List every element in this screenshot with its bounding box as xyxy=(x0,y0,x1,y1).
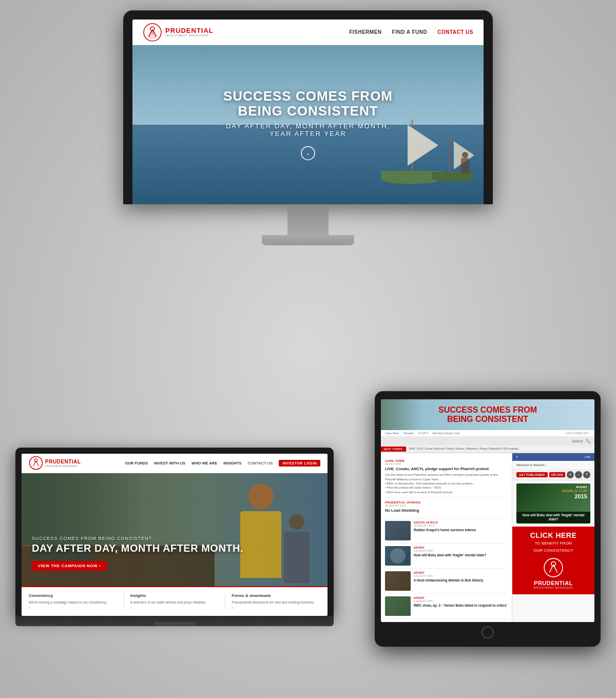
laptop-cta-button[interactable]: View the campaign now › xyxy=(32,561,107,571)
ad-benefit-line1: TO BENEFIT FROM xyxy=(516,541,590,546)
news-2-headline[interactable]: No Load Shedding xyxy=(385,508,508,513)
laptop-card-2-link[interactable]: › xyxy=(130,606,219,610)
news-item-1: CAPE TOWN 18 JULY 2015 LIVE: Cosatu, ANC… xyxy=(385,456,508,498)
tablet-screen: SUCCESS COMES FROM BEING CONSISTENT Cape… xyxy=(381,399,594,622)
thumb-3-date: 4 AUGUST 2015 xyxy=(414,599,508,603)
scroll-arrow[interactable]: ⌄ xyxy=(301,146,315,161)
thumb-1-image xyxy=(385,546,411,566)
news-1-headline[interactable]: LIVE: Cosatu, ANCYL pledge support for P… xyxy=(385,467,508,472)
laptop-nav-links: OUR FUNDS INVEST WITH US WHO WE ARE INSI… xyxy=(125,460,320,467)
hot-topics-label: HOT TOPIC xyxy=(381,447,406,452)
rwc-logo: RUGBY WORLD CUP 2015 xyxy=(562,486,587,499)
hero-person-bg xyxy=(276,494,317,586)
laptop-investor-btn[interactable]: INVESTOR LOGIN xyxy=(279,460,320,467)
upload-btn[interactable]: UPLOAD xyxy=(549,472,565,477)
laptop-card-3-text: Transactional documents for new and exis… xyxy=(232,600,320,605)
tablet-ad-logo: PRUDENTIAL INVESTMENT MANAGERS xyxy=(516,557,590,589)
laptop-logo: PRUDENTIAL INVESTMENT MANAGERS xyxy=(29,456,81,470)
hero-head xyxy=(248,483,274,509)
laptop-nav-contact[interactable]: CONTACT US xyxy=(248,461,273,466)
tablet-home-button[interactable] xyxy=(482,626,494,638)
thumb-3-content: SPORT 4 AUGUST 2015 RWC show, ep. 2 - 'S… xyxy=(414,596,508,609)
news-2-date: 18 AUGUST 2015 xyxy=(385,504,508,507)
laptop-hero-text: SUCCESS COMES FROM BEING CONSISTENT DAY … xyxy=(32,536,243,571)
search-label: Search xyxy=(572,439,583,443)
topics-bar: BWC 2015 | Oscar Pistorius | Rand | Esko… xyxy=(406,445,594,453)
thumb-1-content: SPORT 2 AUGUST 2015 How will Boks deal w… xyxy=(414,546,508,559)
laptop-device: PRUDENTIAL INVESTMENT MANAGERS OUR FUNDS… xyxy=(15,448,334,626)
news-3-content: SOUTH AFRICA 18 AUGUST 2015 Robber Krapo… xyxy=(414,521,508,534)
news-3-thumb xyxy=(385,521,411,540)
laptop-card-1-text: We're running a campaign based on our co… xyxy=(29,600,118,605)
laptop-card-3-link[interactable]: › xyxy=(232,606,320,610)
laptop-card-forms: Forms & downloads Transactional document… xyxy=(232,593,320,610)
thumb-1-headline[interactable]: How will Boks deal with 'fragile' mental… xyxy=(414,553,508,557)
laptop-hero: SUCCESS COMES FROM BEING CONSISTENT DAY … xyxy=(22,473,328,586)
thumb-1-bg xyxy=(385,546,411,566)
facebook-icon: f xyxy=(516,455,517,459)
laptop-logo-text-group: PRUDENTIAL INVESTMENT MANAGERS xyxy=(45,459,81,468)
desktop-monitor: PRUDENTIAL INVESTMENT MANAGERS FISHERMEN… xyxy=(123,10,493,245)
tablet-prudential-ad[interactable]: CLICK HERE TO BENEFIT FROM OUR CONSISTEN… xyxy=(512,527,594,594)
laptop-nav-invest[interactable]: INVEST WITH US xyxy=(154,461,185,466)
laptop-small-text: SUCCESS COMES FROM BEING CONSISTENT xyxy=(32,536,243,541)
person-head xyxy=(462,152,468,158)
news-3-date: 18 AUGUST 2015 xyxy=(414,524,508,527)
laptop-card-2-text: A selection of our latest articles and p… xyxy=(130,600,219,605)
ad-prudential-logo-icon xyxy=(543,557,564,578)
like-count: Like xyxy=(585,455,590,458)
laptop-headline: DAY AFTER DAY, MONTH AFTER MONTH. xyxy=(32,543,243,554)
sidebar-btn-3[interactable]: ? xyxy=(583,471,590,478)
thumb-3-image xyxy=(385,596,411,616)
tablet-social-bar: f Like xyxy=(512,453,594,461)
prudential-logo-icon xyxy=(143,23,162,42)
thumb-2-content: SPORT 3 AUGUST 2015 4 most embarrassing … xyxy=(414,571,508,584)
desktop-nav-fund[interactable]: FIND A FUND xyxy=(392,29,428,35)
tablet-publish-bar: Get Published! UPLOAD + ↑ ? xyxy=(512,470,594,480)
tablet-rugby-card: RUGBY WORLD CUP 2015 How will Boks deal … xyxy=(516,483,590,524)
thumb-2-image xyxy=(385,571,411,591)
news-3-headline[interactable]: Robber Krapol's home survives inferno xyxy=(414,528,508,532)
laptop-card-1-title: Consistency xyxy=(29,593,118,598)
card-divider-2 xyxy=(225,593,225,610)
svg-point-5 xyxy=(544,558,563,577)
rugby-card-text[interactable]: How will Boks deal with 'fragile' mental… xyxy=(516,512,590,524)
tablet-banner-text: SUCCESS COMES FROM BEING CONSISTENT xyxy=(438,405,537,423)
thumb-2-bg xyxy=(385,571,411,591)
laptop-base xyxy=(15,616,334,626)
news-1-body: Get the latest as pro-Palestine activist… xyxy=(385,473,508,494)
thumb-2-headline[interactable]: 4 most embarrassing defeats in Bok histo… xyxy=(414,578,508,583)
search-icon[interactable]: 🔍 xyxy=(585,439,590,443)
laptop-nav-funds[interactable]: OUR FUNDS xyxy=(125,461,148,466)
laptop-card-1-link[interactable]: › xyxy=(29,606,118,610)
desktop-nav-fishermen[interactable]: FISHERMEN xyxy=(349,29,381,35)
thumb-3-headline[interactable]: RWC show, ep. 2 - 'Senior Boks failed to… xyxy=(414,604,508,608)
laptop-nav-who[interactable]: WHO WE ARE xyxy=(191,461,217,466)
weather-day: Tuesday xyxy=(403,432,414,435)
desktop-logo: PRUDENTIAL INVESTMENT MANAGERS xyxy=(143,23,214,42)
get-published-btn[interactable]: Get Published! xyxy=(516,472,548,477)
monitor-stand-base xyxy=(262,235,354,245)
welcome-label[interactable]: Welcome to News24 › xyxy=(516,463,547,467)
laptop-card-3-title: Forms & downloads xyxy=(232,593,320,598)
ad-brand-sub: INVESTMENT MANAGERS xyxy=(516,586,590,589)
laptop-card-insights: Insights A selection of our latest artic… xyxy=(130,593,219,610)
svg-point-3 xyxy=(29,457,42,470)
tablet-frame: SUCCESS COMES FROM BEING CONSISTENT Cape… xyxy=(375,391,601,647)
sidebar-btn-1[interactable]: + xyxy=(567,471,574,478)
tablet-main: CAPE TOWN 18 JULY 2015 LIVE: Cosatu, ANC… xyxy=(381,453,594,622)
sidebar-btn-2[interactable]: ↑ xyxy=(575,471,582,478)
ad-click-here[interactable]: CLICK HERE xyxy=(516,532,590,539)
news-item-3: SOUTH AFRICA 18 AUGUST 2015 Robber Krapo… xyxy=(385,518,508,544)
card-divider-1 xyxy=(124,593,124,610)
ad-benefit-line2: OUR CONSISTENCY xyxy=(516,548,590,553)
forecast-link[interactable]: 1 DAY FORECAST › xyxy=(565,432,590,435)
monitor-screen: PRUDENTIAL INVESTMENT MANAGERS FISHERMEN… xyxy=(132,20,484,204)
boat-right-mast xyxy=(449,136,450,172)
weather-temp: 12-18°C xyxy=(418,432,428,435)
desktop-nav-contact[interactable]: CONTACT US xyxy=(437,29,473,35)
laptop-nav-insights[interactable]: INSIGHTS xyxy=(223,461,241,466)
thumb-3-bg xyxy=(385,596,411,616)
tablet-banner-headline-2: BEING CONSISTENT xyxy=(438,415,537,424)
thumb-placeholder xyxy=(385,521,411,540)
